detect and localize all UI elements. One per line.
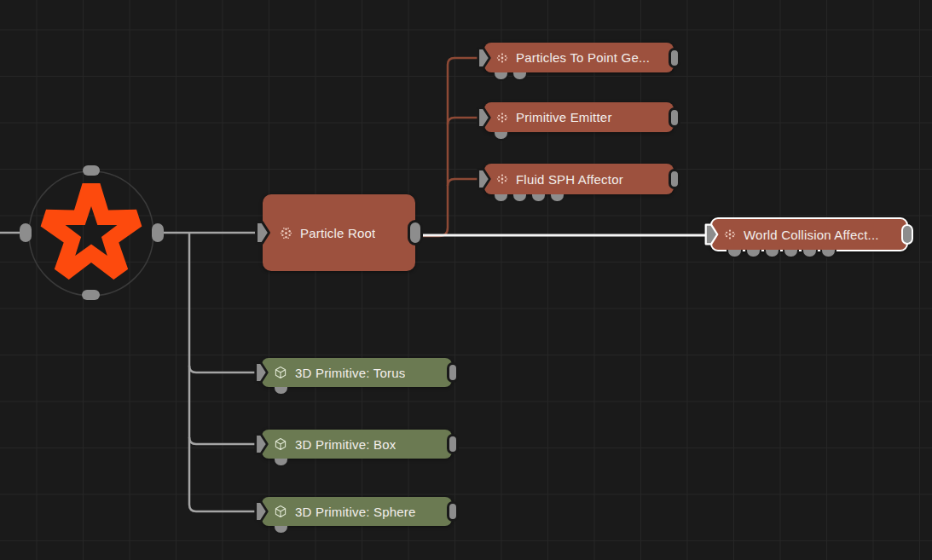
bottom-port[interactable] [493, 194, 509, 203]
output-port[interactable] [408, 220, 423, 245]
bottom-ports [493, 132, 509, 141]
input-port[interactable] [253, 432, 269, 457]
bottom-port[interactable] [530, 194, 547, 203]
node-label: 3D Primitive: Sphere [295, 505, 416, 519]
cube-icon [274, 437, 287, 451]
emblem-port-left[interactable] [20, 223, 32, 242]
emblem-port-bottom[interactable] [82, 290, 100, 300]
node-label: Particles To Point Ge... [516, 50, 650, 65]
particles-icon [496, 173, 508, 185]
output-port[interactable] [447, 434, 459, 454]
input-port[interactable] [254, 219, 271, 246]
bottom-port[interactable] [512, 72, 528, 81]
emblem-port-right[interactable] [152, 223, 164, 242]
cube-icon [274, 366, 287, 379]
bottom-ports [273, 387, 289, 395]
node-label: Fluid SPH Affector [516, 172, 623, 187]
bottom-port[interactable] [783, 250, 799, 258]
output-port[interactable] [901, 224, 913, 245]
bottom-port[interactable] [802, 250, 818, 258]
node-fluid-sph-affector[interactable]: Fluid SPH Affector [484, 164, 674, 194]
node-label: World Collision Affect... [744, 228, 879, 242]
bottom-port[interactable] [273, 526, 289, 534]
bottom-ports [493, 194, 565, 203]
bottom-port[interactable] [512, 194, 528, 203]
bottom-port[interactable] [493, 132, 509, 141]
bottom-ports [726, 250, 836, 258]
wire-emblem-to-box[interactable] [189, 437, 258, 444]
bottom-ports [273, 526, 289, 534]
node-label: Primitive Emitter [516, 110, 612, 124]
node-particle-root[interactable]: Particle Root [263, 194, 415, 271]
bottom-port[interactable] [745, 250, 761, 258]
particles-icon [724, 228, 736, 240]
node-3d-primitive-sphere[interactable]: 3D Primitive: Sphere [262, 497, 452, 526]
node-particles-to-point-geometry[interactable]: Particles To Point Ge... [484, 43, 674, 72]
bottom-port[interactable] [549, 194, 565, 203]
input-port[interactable] [253, 361, 269, 385]
wire-root-to-particles-to-point[interactable] [421, 58, 480, 236]
input-port[interactable] [476, 105, 492, 130]
particles-icon [280, 227, 292, 240]
output-port[interactable] [447, 362, 459, 383]
input-port[interactable] [476, 45, 492, 70]
root-emblem[interactable] [23, 165, 159, 302]
cube-icon [274, 505, 287, 518]
star-emblem-icon [23, 165, 159, 302]
output-port[interactable] [669, 169, 680, 189]
particles-icon [496, 112, 508, 124]
input-port[interactable] [476, 167, 492, 192]
bottom-port[interactable] [273, 387, 289, 395]
node-label: 3D Primitive: Box [295, 437, 396, 452]
output-port[interactable] [669, 107, 680, 128]
bottom-port[interactable] [273, 459, 289, 467]
input-port[interactable] [253, 499, 269, 524]
node-label: Particle Root [300, 226, 375, 240]
output-port[interactable] [669, 48, 680, 68]
node-label: 3D Primitive: Torus [295, 366, 405, 380]
emblem-port-top[interactable] [83, 165, 100, 176]
bottom-ports [493, 72, 528, 81]
bottom-ports [273, 459, 289, 467]
particles-icon [496, 52, 508, 64]
bottom-port[interactable] [764, 250, 780, 258]
bottom-port[interactable] [493, 72, 509, 81]
node-editor-canvas[interactable]: Particle Root Particles To Point Ge... P… [0, 0, 932, 560]
node-world-collision-affector[interactable]: World Collision Affect... [710, 217, 908, 251]
input-port[interactable] [703, 222, 720, 247]
wire-emblem-to-torus[interactable] [189, 366, 258, 372]
bottom-port[interactable] [820, 250, 836, 258]
node-primitive-emitter[interactable]: Primitive Emitter [484, 102, 674, 132]
node-3d-primitive-box[interactable]: 3D Primitive: Box [262, 430, 452, 459]
bottom-port[interactable] [726, 250, 743, 258]
output-port[interactable] [447, 501, 459, 522]
node-3d-primitive-torus[interactable]: 3D Primitive: Torus [262, 358, 452, 387]
